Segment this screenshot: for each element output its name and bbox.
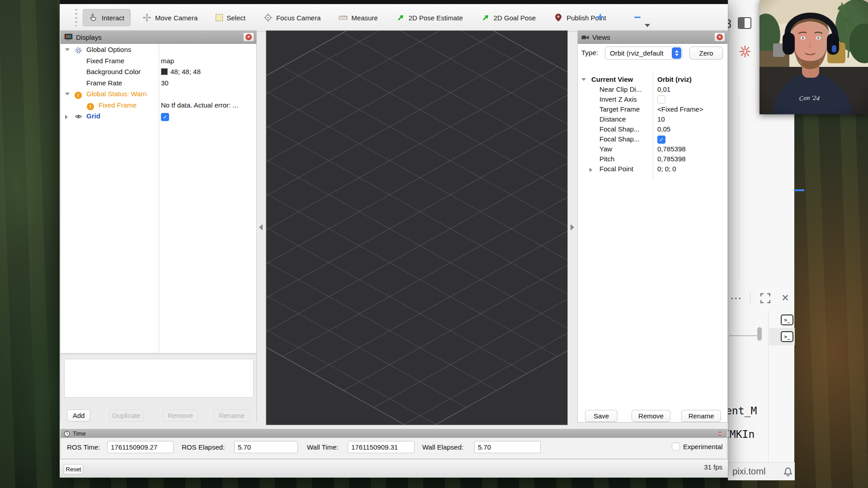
tool-measure[interactable]: Measure <box>332 9 384 26</box>
property-value[interactable]: map <box>161 57 174 65</box>
reset-button[interactable]: Reset <box>64 464 83 474</box>
row-fixed-frame[interactable]: Fixed Frame map <box>61 56 256 67</box>
property-value[interactable]: <Fixed Frame> <box>657 105 703 113</box>
property-value[interactable]: 48; 48; 48 <box>161 68 201 75</box>
views-panel-header[interactable]: Views <box>578 31 727 44</box>
close-time-button[interactable]: × <box>718 430 726 437</box>
experimental-checkbox[interactable] <box>672 442 680 450</box>
close-views-button[interactable]: × <box>714 33 725 42</box>
map-pin-icon <box>554 13 563 22</box>
property-label: Pitch <box>599 155 614 163</box>
tool-2d-pose-estimate[interactable]: 2D Pose Estimate <box>390 9 469 26</box>
blue-indicator-line <box>794 189 804 191</box>
ros-elapsed-label: ROS Elapsed: <box>182 443 225 451</box>
row-near-clip[interactable]: Near Clip Di... 0,01 <box>578 85 727 95</box>
remove-tool-button[interactable]: − <box>634 10 641 24</box>
collapse-left-panel-arrow[interactable] <box>259 224 263 230</box>
toolbar: Interact Move Camera Select Focus Camera <box>60 4 728 32</box>
ros-time-field[interactable]: 1761150909.27 <box>107 441 174 453</box>
row-focal-shape-fixed[interactable]: Focal Shap... ✓ <box>578 135 727 145</box>
wall-elapsed-field[interactable]: 5.70 <box>474 441 541 453</box>
experimental-label: Experimental <box>683 443 723 450</box>
chevron-right-icon[interactable] <box>590 168 592 172</box>
3d-viewport[interactable] <box>266 30 568 425</box>
wall-time-field[interactable]: 1761150909.31 <box>348 441 415 453</box>
focal-shape-checkbox[interactable]: ✓ <box>657 136 665 144</box>
tool-interact[interactable]: Interact <box>83 9 131 26</box>
row-grid[interactable]: Grid ✓ <box>61 111 256 122</box>
ros-elapsed-field[interactable]: 5.70 <box>234 441 298 453</box>
rviz-window: Interact Move Camera Select Focus Camera <box>60 0 728 478</box>
sidebar-toggle-icon[interactable] <box>738 17 751 29</box>
views-panel: Views × Type: Orbit (rviz_default Zero C… <box>577 30 728 422</box>
row-global-options[interactable]: Global Options <box>61 45 256 56</box>
statusbar-file-label[interactable]: pixi.toml <box>732 466 765 477</box>
property-value[interactable]: 10 <box>657 115 665 123</box>
dropdown-stepper-icon[interactable] <box>672 47 681 59</box>
scrollbar-thumb[interactable] <box>757 327 762 341</box>
property-value[interactable]: 0; 0; 0 <box>657 165 676 173</box>
displays-panel: Displays × Global Options Fixed Frame ma… <box>60 30 257 422</box>
duplicate-display-button[interactable]: Duplicate <box>109 409 144 422</box>
row-frame-rate[interactable]: Frame Rate 30 <box>61 78 256 89</box>
close-displays-button[interactable]: × <box>243 33 254 42</box>
remove-view-button[interactable]: Remove <box>632 410 670 422</box>
chevron-down-icon[interactable] <box>645 24 650 27</box>
tool-move-camera[interactable]: Move Camera <box>136 9 204 26</box>
row-focal-shape-size[interactable]: Focal Shap... 0,05 <box>578 125 727 135</box>
property-label: Yaw <box>599 145 612 153</box>
add-display-button[interactable]: Add <box>67 409 90 422</box>
property-value[interactable]: 0,785398 <box>657 155 686 163</box>
property-label: Focal Shap... <box>599 125 639 133</box>
add-tool-button[interactable]: + <box>597 10 604 24</box>
view-type-dropdown[interactable]: Orbit (rviz_default <box>605 47 683 60</box>
row-distance[interactable]: Distance 10 <box>578 115 727 125</box>
move-arrows-icon <box>142 13 151 22</box>
tool-focus-camera[interactable]: Focus Camera <box>257 9 327 26</box>
collapse-right-panel-arrow[interactable] <box>571 224 574 230</box>
row-background-color[interactable]: Background Color 48; 48; 48 <box>61 67 256 78</box>
fps-counter: 31 fps <box>704 463 722 471</box>
invert-z-checkbox[interactable] <box>657 95 665 103</box>
property-value[interactable]: 0,01 <box>657 85 670 93</box>
save-view-button[interactable]: Save <box>585 410 618 422</box>
chevron-down-icon[interactable] <box>581 78 586 81</box>
row-current-view[interactable]: Current View Orbit (rviz) <box>578 75 727 85</box>
selection-box-icon <box>216 14 223 21</box>
time-panel-header[interactable]: Time × <box>61 429 727 438</box>
rename-view-button[interactable]: Rename <box>681 410 721 422</box>
fullscreen-icon[interactable] <box>760 293 771 304</box>
tool-select[interactable]: Select <box>209 10 252 26</box>
property-value[interactable]: 30 <box>161 79 169 87</box>
webcam-video: Con '24 <box>760 0 868 114</box>
property-label: Background Color <box>86 68 141 75</box>
grid-enabled-checkbox[interactable]: ✓ <box>161 113 169 121</box>
panel-title: Views <box>592 33 610 41</box>
zero-button[interactable]: Zero <box>689 47 723 60</box>
row-focal-point[interactable]: Focal Point 0; 0; 0 <box>578 164 727 174</box>
tool-2d-goal-pose[interactable]: 2D Goal Pose <box>475 9 542 26</box>
property-value[interactable]: 0,785398 <box>657 145 686 153</box>
chevron-down-icon[interactable] <box>65 93 70 95</box>
terminal-icon[interactable]: >_ <box>781 314 793 325</box>
property-label: Near Clip Di... <box>599 85 642 93</box>
remove-display-button[interactable]: Remove <box>162 409 198 422</box>
tool-label: 2D Pose Estimate <box>409 14 463 22</box>
chevron-down-icon[interactable] <box>65 48 70 51</box>
row-fixed-frame-warning[interactable]: ! Fixed Frame No tf data. Actual error: … <box>61 100 256 112</box>
row-invert-z[interactable]: Invert Z Axis <box>578 95 727 105</box>
divider <box>729 335 757 336</box>
displays-panel-header[interactable]: Displays <box>61 31 256 44</box>
row-yaw[interactable]: Yaw 0,785398 <box>578 145 727 155</box>
toolbar-drag-handle[interactable] <box>75 9 77 26</box>
more-options-icon[interactable]: ⋯ <box>730 291 743 305</box>
row-pitch[interactable]: Pitch 0,785398 <box>578 155 727 164</box>
property-value[interactable]: 0,05 <box>657 125 670 133</box>
close-icon[interactable]: × <box>782 291 789 305</box>
row-target-frame[interactable]: Target Frame <Fixed Frame> <box>578 105 727 115</box>
terminal-icon[interactable]: >_ <box>781 331 793 342</box>
bell-icon[interactable] <box>783 466 793 478</box>
rename-display-button[interactable]: Rename <box>213 409 250 422</box>
row-global-status[interactable]: ! Global Status: Warn <box>61 89 256 100</box>
chevron-right-icon[interactable] <box>65 115 68 119</box>
